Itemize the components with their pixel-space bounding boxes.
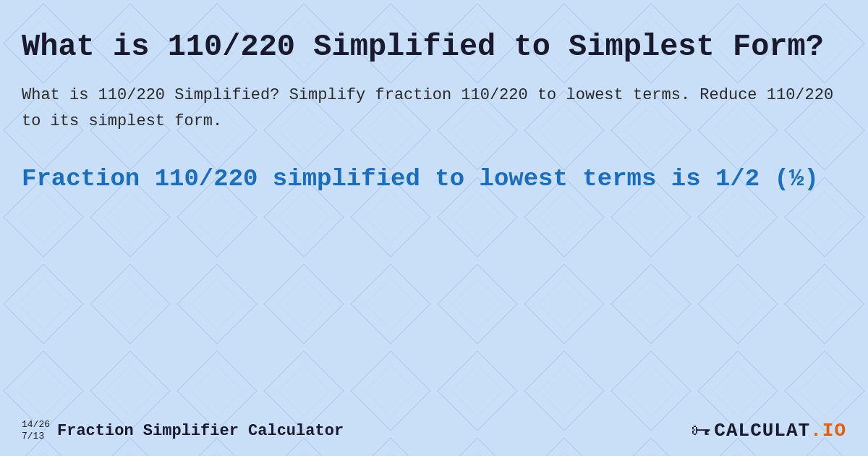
footer: 14/26 7/13 Fraction Simplifier Calculato…	[22, 418, 846, 443]
logo-text-accent: .IO	[810, 420, 846, 442]
key-icon: 🗝	[691, 418, 711, 443]
fraction-top: 14/26	[22, 419, 50, 431]
footer-left: 14/26 7/13 Fraction Simplifier Calculato…	[22, 419, 344, 442]
fraction-bottom: 7/13	[22, 431, 50, 442]
main-title: What is 110/220 Simplified to Simplest F…	[22, 29, 846, 65]
footer-right: 🗝 CALCULAT.IO	[691, 418, 846, 443]
logo-text-main: CALCULAT	[714, 420, 810, 442]
fraction-stack: 14/26 7/13	[22, 419, 50, 442]
logo-text: CALCULAT.IO	[714, 420, 846, 442]
result-section: Fraction 110/220 simplified to lowest te…	[22, 163, 846, 195]
brand-label: Fraction Simplifier Calculator	[57, 422, 344, 440]
calculator-logo: 🗝 CALCULAT.IO	[691, 418, 846, 443]
result-text: Fraction 110/220 simplified to lowest te…	[22, 163, 846, 195]
description-text: What is 110/220 Simplified? Simplify fra…	[22, 83, 846, 133]
